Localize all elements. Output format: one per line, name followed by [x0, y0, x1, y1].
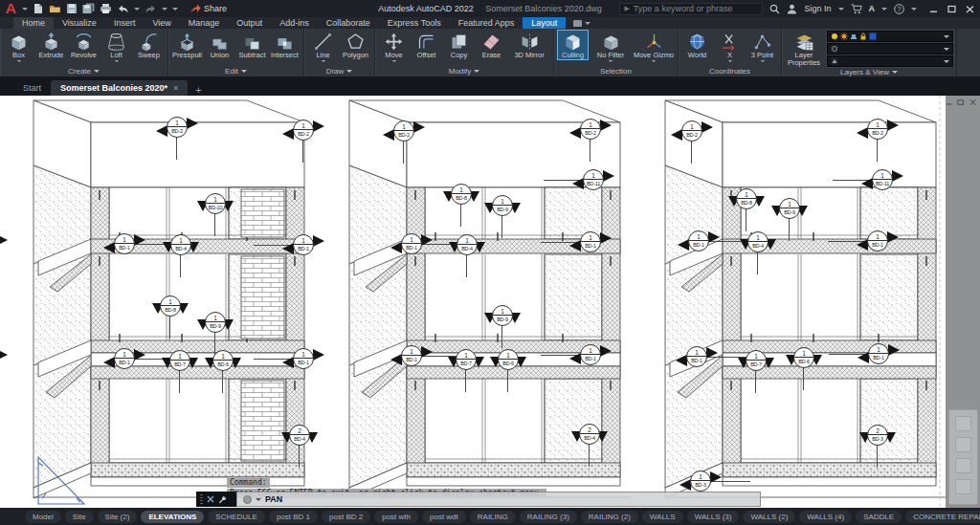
layout-tab-walls-3-[interactable]: WALLS (3)	[687, 511, 740, 523]
panel-label[interactable]: Coordinates	[681, 66, 778, 77]
help-dropdown-icon[interactable]	[911, 8, 917, 11]
open-folder-icon[interactable]	[49, 3, 61, 14]
offset-button[interactable]: Offset	[411, 30, 442, 60]
subtract-button[interactable]: Subtract	[236, 30, 268, 60]
undo-icon[interactable]	[117, 4, 129, 14]
ribbon-tab-insert[interactable]: Insert	[105, 17, 145, 29]
no-filter-button[interactable]: No Filter	[590, 30, 632, 63]
extrude-button[interactable]: Extrude	[35, 30, 67, 60]
3-point-button[interactable]: 3 Point	[746, 30, 778, 63]
named-view-dropdown[interactable]	[827, 55, 953, 67]
ribbon-tab-home[interactable]: Home	[13, 17, 54, 29]
culling-button[interactable]: Culling	[557, 30, 589, 60]
panel-label[interactable]: Modify	[378, 66, 550, 77]
signin-dropdown-icon[interactable]	[838, 8, 844, 11]
loft-button[interactable]: Loft	[100, 30, 132, 63]
erase-button[interactable]: Erase	[476, 30, 507, 60]
sweep-button[interactable]: Sweep	[133, 30, 165, 60]
ribbon-tab-collaborate[interactable]: Collaborate	[318, 17, 379, 29]
new-document-icon[interactable]: +	[188, 84, 209, 96]
qat-customize-icon[interactable]	[172, 8, 178, 11]
command-line-grip[interactable]	[200, 494, 203, 504]
close-button[interactable]	[966, 5, 974, 13]
search-history-icon[interactable]: ▶	[624, 5, 629, 12]
tab-start[interactable]: Start	[13, 80, 51, 96]
union-button[interactable]: Union	[204, 30, 235, 60]
copy-button[interactable]: Copy	[443, 30, 475, 60]
command-input[interactable]: PAN	[236, 492, 761, 507]
redo-icon[interactable]	[145, 4, 157, 14]
layout-tab-model[interactable]: Model	[25, 511, 61, 523]
polygon-button[interactable]: Polygon	[340, 30, 371, 60]
line-button[interactable]: Line	[307, 30, 339, 63]
panel-label[interactable]: Draw	[307, 66, 371, 77]
layout-tab-railing-2-[interactable]: RAILING (2)	[581, 511, 638, 523]
layout-tab-concrete-repairs[interactable]: CONCRETE REPAIRS	[905, 511, 980, 523]
user-icon[interactable]	[787, 4, 797, 14]
layout-tab-walls[interactable]: WALLS	[642, 511, 683, 523]
layout-tab-site-2-[interactable]: Site (2)	[98, 511, 138, 523]
layout-tab-walls-4-[interactable]: WALLS (4)	[799, 511, 852, 523]
layout-tab-railing[interactable]: RAILING	[470, 511, 516, 523]
undo-dropdown-icon[interactable]	[134, 8, 140, 11]
panel-label[interactable]: Create	[3, 66, 165, 77]
panel-label[interactable]: Edit	[171, 66, 301, 77]
save-icon[interactable]	[66, 3, 78, 14]
redo-dropdown-icon[interactable]	[162, 8, 167, 11]
world-button[interactable]: World	[681, 30, 713, 60]
customize-wrench-icon[interactable]	[218, 495, 227, 504]
box-button[interactable]: Box	[3, 30, 34, 63]
search-icon[interactable]	[769, 4, 780, 14]
x-button[interactable]: X	[714, 30, 746, 63]
move-gizmo-button[interactable]: Move Gizmo	[633, 30, 675, 63]
nav-zoom-icon[interactable]	[955, 458, 971, 473]
layout-tab-saddle[interactable]: SADDLE	[856, 511, 902, 523]
nav-pan-icon[interactable]	[955, 437, 971, 452]
maximize-button[interactable]	[947, 5, 956, 13]
signin-label[interactable]: Sign In	[804, 4, 831, 13]
minimize-button[interactable]	[929, 5, 938, 13]
ribbon-tab-add-ins[interactable]: Add-ins	[271, 17, 318, 29]
panel-label[interactable]: Selection	[557, 66, 675, 77]
nav-wheel-icon[interactable]	[955, 416, 971, 431]
access-dropdown-icon[interactable]	[881, 8, 887, 11]
layout-tab-post-wdt[interactable]: post wdt	[422, 511, 466, 523]
layout-tab-post-bd-1[interactable]: post BD 1	[269, 511, 318, 523]
autocad-logo-icon[interactable]	[5, 3, 17, 14]
viewport-restore-icon[interactable]	[957, 98, 964, 106]
autodesk-access-icon[interactable]: A	[869, 4, 876, 13]
layout-tab-site[interactable]: Site	[65, 511, 94, 523]
layout-tab-elevations[interactable]: ELEVATIONS	[141, 511, 204, 523]
move-button[interactable]: Move	[378, 30, 410, 63]
navigation-bar[interactable]	[948, 409, 978, 505]
new-file-icon[interactable]	[33, 3, 44, 14]
ribbon-tab-featured-apps[interactable]: Featured Apps	[450, 17, 523, 29]
workspace-switch-icon[interactable]	[566, 17, 598, 29]
ribbon-tab-visualize[interactable]: Visualize	[54, 17, 105, 29]
logo-dropdown-icon[interactable]	[22, 8, 28, 11]
recent-commands-icon[interactable]	[256, 498, 261, 501]
viewport-close-icon[interactable]	[969, 98, 976, 106]
panel-label[interactable]: Layers & View	[785, 68, 953, 77]
layout-tab-walls-2-[interactable]: WALLS (2)	[743, 511, 795, 523]
ribbon-tab-output[interactable]: Output	[228, 17, 271, 29]
presspull-button[interactable]: Presspull	[171, 30, 203, 60]
layout-tab-schedule[interactable]: SCHEDULE	[208, 511, 265, 523]
nav-orbit-icon[interactable]	[955, 479, 971, 494]
command-close-icon[interactable]	[207, 495, 214, 503]
ribbon-tab-view[interactable]: View	[144, 17, 179, 29]
intersect-button[interactable]: Intersect	[269, 30, 301, 60]
drawing-viewport[interactable]: 1BD-21BD-21BD-101BD-11BD-41BD-11BD-81BD-…	[0, 96, 980, 508]
search-input[interactable]: ▶ Type a keyword or phrase	[619, 3, 763, 15]
tab-active-document[interactable]: Somerset Balconies 2020* ×	[51, 80, 188, 96]
visual-style-dropdown[interactable]	[827, 43, 953, 55]
layout-tab-post-wth[interactable]: post wth	[374, 511, 418, 523]
layer-dropdown[interactable]	[827, 31, 953, 42]
layout-tab-post-bd-2[interactable]: post BD 2	[322, 511, 370, 523]
viewport-minimize-icon[interactable]	[946, 98, 952, 106]
layer-properties-button[interactable]: Layer Properties	[785, 30, 823, 68]
ribbon-tab-manage[interactable]: Manage	[180, 17, 229, 29]
save-all-icon[interactable]	[82, 3, 95, 14]
3d-mirror-button[interactable]: 3D Mirror	[508, 30, 550, 60]
share-button[interactable]: Share	[190, 4, 227, 13]
